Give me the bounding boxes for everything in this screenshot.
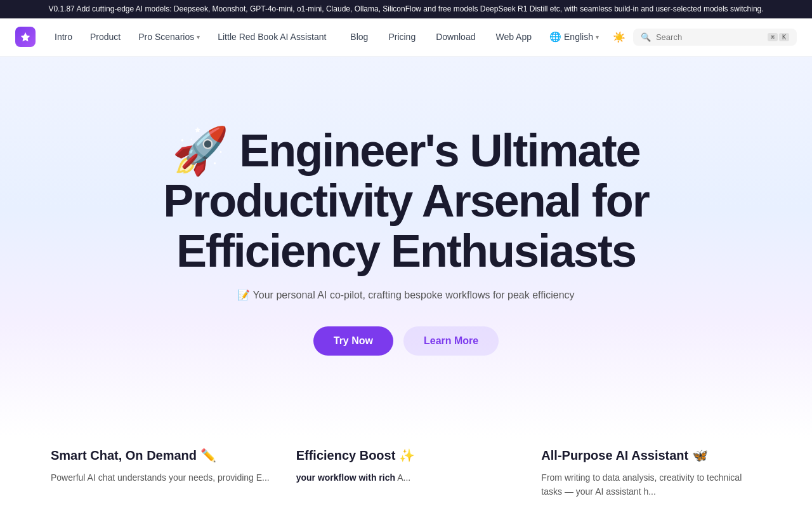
sun-icon: ☀️: [613, 31, 625, 43]
search-box[interactable]: 🔍 ⌘ K: [633, 29, 797, 46]
nav-pricing[interactable]: Pricing: [379, 27, 424, 47]
language-icon: 🌐: [549, 31, 561, 43]
try-now-button[interactable]: Try Now: [313, 326, 393, 356]
theme-toggle-button[interactable]: ☀️: [608, 25, 631, 48]
nav-little-red-book[interactable]: Little Red Book AI Assistant: [209, 27, 335, 47]
announcement-bar: V0.1.87 Add cutting-edge AI models: Deep…: [0, 0, 812, 18]
feature-efficiency-emoji: Efficiency Boost ✨: [296, 448, 415, 463]
language-chevron-icon: ▾: [596, 34, 599, 41]
hero-title-emoji: 🚀: [172, 125, 228, 176]
navbar: Intro Product Pro Scenarios ▾ Little Red…: [0, 18, 812, 57]
pro-scenarios-chevron-icon: ▾: [197, 34, 200, 41]
nav-language[interactable]: 🌐 English ▾: [543, 26, 605, 48]
feature-card-smart-chat: Smart Chat, On Demand ✏️ Powerful AI cha…: [51, 438, 271, 508]
nav-web-app[interactable]: Web App: [487, 27, 540, 47]
feature-all-purpose-emoji: All-Purpose AI Assistant 🦋: [541, 448, 707, 463]
search-kbd: ⌘ K: [768, 33, 789, 41]
nav-blog[interactable]: Blog: [341, 27, 377, 47]
search-input[interactable]: [656, 32, 763, 42]
logo-icon: [15, 27, 36, 47]
hero-section: 🚀 Engineer's Ultimate Productivity Arsen…: [0, 57, 812, 438]
feature-efficiency-title: Efficiency Boost ✨: [296, 448, 516, 463]
nav-pro-scenarios[interactable]: Pro Scenarios ▾: [129, 27, 209, 47]
nav-download[interactable]: Download: [427, 27, 484, 47]
feature-card-all-purpose: All-Purpose AI Assistant 🦋 From writing …: [541, 438, 761, 508]
nav-product[interactable]: Product: [81, 27, 129, 47]
feature-smart-chat-emoji: Smart Chat, On Demand ✏️: [51, 448, 216, 463]
learn-more-button[interactable]: Learn More: [403, 326, 499, 356]
feature-all-purpose-desc: From writing to data analysis, creativit…: [541, 471, 761, 499]
hero-title: 🚀 Engineer's Ultimate Productivity Arsen…: [121, 126, 691, 277]
feature-smart-chat-title: Smart Chat, On Demand ✏️: [51, 448, 271, 463]
nav-right: Blog Pricing Download Web App 🌐 English …: [341, 25, 797, 48]
feature-smart-chat-desc: Powerful AI chat understands your needs,…: [51, 471, 271, 485]
hero-title-text: Engineer's Ultimate Productivity Arsenal…: [163, 125, 649, 276]
feature-all-purpose-title: All-Purpose AI Assistant 🦋: [541, 448, 761, 463]
logo[interactable]: [15, 27, 36, 47]
hero-subtitle: 📝 Your personal AI co-pilot, crafting be…: [237, 289, 574, 301]
nav-intro[interactable]: Intro: [46, 27, 81, 47]
search-icon: 🔍: [641, 32, 651, 42]
feature-efficiency-desc: your workflow with rich A...: [296, 471, 516, 485]
announcement-text: V0.1.87 Add cutting-edge AI models: Deep…: [48, 4, 763, 13]
hero-buttons: Try Now Learn More: [313, 326, 499, 356]
feature-card-efficiency: Efficiency Boost ✨ your workflow with ri…: [296, 438, 516, 508]
features-section: Smart Chat, On Demand ✏️ Powerful AI cha…: [0, 438, 812, 508]
